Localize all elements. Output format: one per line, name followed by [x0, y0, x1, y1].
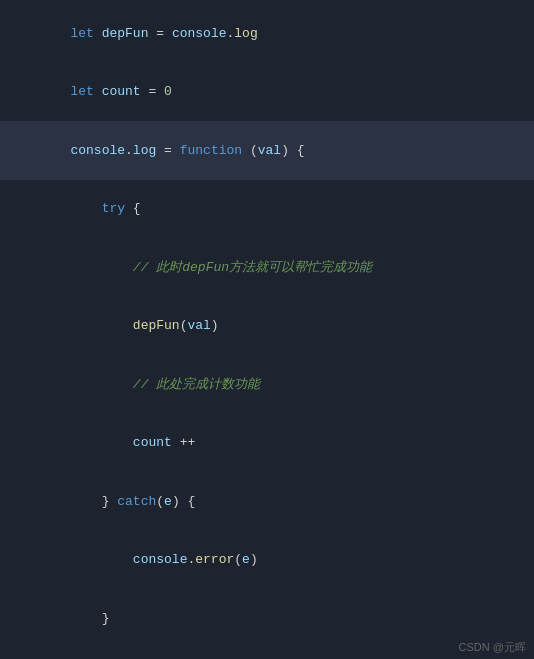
code-line-2: let count = 0	[0, 63, 534, 122]
code-line-4: try {	[0, 180, 534, 239]
code-text-6: depFun(val)	[8, 297, 219, 356]
code-text-12: }	[8, 648, 78, 660]
code-text-3: console.log = function (val) {	[8, 121, 305, 180]
code-text-4: try {	[8, 180, 141, 239]
code-text-8: count ++	[8, 414, 195, 473]
code-line-8: count ++	[0, 414, 534, 473]
code-line-3: console.log = function (val) {	[0, 121, 534, 180]
code-line-10: console.error(e)	[0, 531, 534, 590]
code-text-7: // 此处完成计数功能	[8, 355, 260, 414]
code-line-11: }	[0, 589, 534, 648]
code-line-6: depFun(val)	[0, 297, 534, 356]
code-section: let depFun = console.log let count = 0 c…	[0, 0, 534, 659]
code-text-2: let count = 0	[8, 63, 172, 122]
code-text-10: console.error(e)	[8, 531, 258, 590]
code-line-12: }	[0, 648, 534, 660]
code-text-5: // 此时depFun方法就可以帮忙完成功能	[8, 238, 372, 297]
code-text-11: }	[8, 589, 109, 648]
code-line-7: // 此处完成计数功能	[0, 355, 534, 414]
main-container: let depFun = console.log let count = 0 c…	[0, 0, 534, 659]
code-line-1: let depFun = console.log	[0, 4, 534, 63]
code-text-1: let depFun = console.log	[8, 4, 258, 63]
code-line-5: // 此时depFun方法就可以帮忙完成功能	[0, 238, 534, 297]
code-line-9: } catch(e) {	[0, 472, 534, 531]
code-text-9: } catch(e) {	[8, 472, 195, 531]
watermark: CSDN @元晖	[459, 640, 526, 655]
